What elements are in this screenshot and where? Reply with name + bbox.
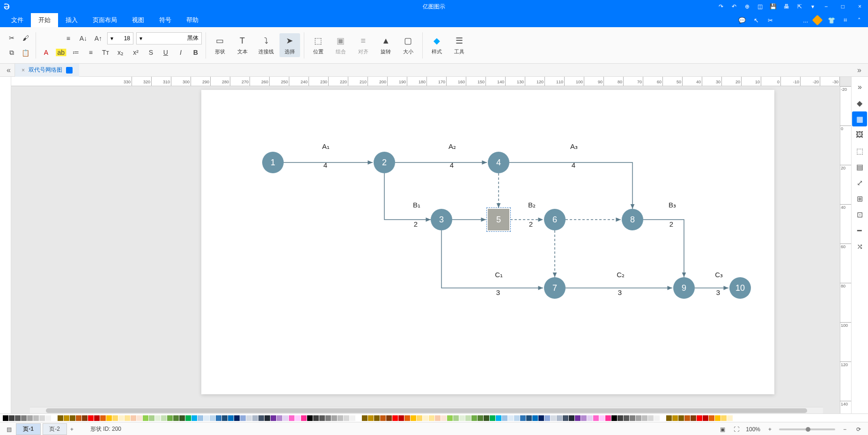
color-swatch[interactable] xyxy=(15,415,21,421)
color-swatch[interactable] xyxy=(532,415,538,421)
style-button[interactable]: ◆样式 xyxy=(427,33,447,57)
color-swatch[interactable] xyxy=(587,415,593,421)
color-swatch[interactable] xyxy=(502,415,508,421)
color-swatch[interactable] xyxy=(356,415,361,421)
scrollbar-thumb[interactable] xyxy=(46,408,807,413)
color-swatch[interactable] xyxy=(204,415,209,421)
color-swatch[interactable] xyxy=(611,415,617,421)
page-list-icon[interactable]: ▤ xyxy=(5,425,14,434)
node-10[interactable]: 10 xyxy=(729,277,751,299)
document-tab[interactable]: 双代号网络图 × xyxy=(15,64,79,77)
copy-button[interactable]: ⧉ xyxy=(6,47,18,59)
sidebar-layers[interactable]: ⬚ xyxy=(853,143,868,158)
color-swatch[interactable] xyxy=(173,415,179,421)
color-swatch[interactable] xyxy=(21,415,27,421)
combine-button[interactable]: ▣组合 xyxy=(331,33,351,57)
color-swatch[interactable] xyxy=(39,415,45,421)
decrease-font-button[interactable]: A↓ xyxy=(77,32,89,44)
italic-button[interactable]: I xyxy=(175,46,187,59)
add-page-button[interactable]: + xyxy=(67,425,76,434)
color-swatch[interactable] xyxy=(295,415,301,421)
color-swatch[interactable] xyxy=(362,415,368,421)
zoom-slider[interactable] xyxy=(779,428,835,430)
color-swatch[interactable] xyxy=(228,415,234,421)
color-swatch[interactable] xyxy=(9,415,15,421)
diamond-icon[interactable] xyxy=(813,15,822,25)
collapse-right-icon[interactable]: « xyxy=(3,66,15,74)
window-close-button[interactable]: × xyxy=(851,0,868,13)
menu-help[interactable]: 帮助 xyxy=(179,13,206,27)
color-swatch[interactable] xyxy=(112,415,118,421)
bold-button[interactable]: B xyxy=(190,46,202,59)
presentation-icon[interactable]: ▣ xyxy=(718,425,727,434)
comment-icon[interactable]: 💬 xyxy=(737,15,747,25)
superscript-button[interactable]: x² xyxy=(130,46,142,59)
font-name-select[interactable]: 黑体▾ xyxy=(136,32,202,44)
color-swatch[interactable] xyxy=(149,415,154,421)
node-3[interactable]: 3 xyxy=(431,209,452,230)
color-swatch[interactable] xyxy=(593,415,599,421)
color-swatch[interactable] xyxy=(538,415,544,421)
bullets-button[interactable]: ≔ xyxy=(70,46,82,59)
color-swatch[interactable] xyxy=(350,415,355,421)
color-swatch[interactable] xyxy=(678,415,684,421)
color-swatch[interactable] xyxy=(210,415,215,421)
color-swatch[interactable] xyxy=(569,415,574,421)
color-swatch[interactable] xyxy=(490,415,495,421)
color-swatch[interactable] xyxy=(715,415,721,421)
color-swatch[interactable] xyxy=(27,415,33,421)
color-swatch[interactable] xyxy=(654,415,660,421)
color-swatch[interactable] xyxy=(319,415,325,421)
color-swatch[interactable] xyxy=(216,415,221,421)
grid-menu-icon[interactable]: ⌗ xyxy=(841,15,850,25)
color-swatch[interactable] xyxy=(642,415,647,421)
color-swatch[interactable] xyxy=(520,415,526,421)
shape-tool-button[interactable]: ▭形状 xyxy=(210,33,230,57)
color-swatch[interactable] xyxy=(313,415,319,421)
color-swatch[interactable] xyxy=(125,415,130,421)
color-swatch[interactable] xyxy=(289,415,294,421)
color-swatch[interactable] xyxy=(380,415,386,421)
color-swatch[interactable] xyxy=(666,415,672,421)
align-menu-button[interactable]: ≡ xyxy=(62,32,74,44)
color-swatch[interactable] xyxy=(435,415,441,421)
color-swatch[interactable] xyxy=(551,415,556,421)
color-swatch[interactable] xyxy=(344,415,349,421)
color-swatch[interactable] xyxy=(392,415,398,421)
window-minimize-button[interactable]: − xyxy=(817,0,834,13)
color-swatch[interactable] xyxy=(709,415,714,421)
color-swatch[interactable] xyxy=(447,415,453,421)
color-swatch[interactable] xyxy=(307,415,313,421)
color-swatch[interactable] xyxy=(605,415,611,421)
color-swatch[interactable] xyxy=(459,415,465,421)
color-swatch[interactable] xyxy=(265,415,270,421)
sidebar-image[interactable]: 🖼 xyxy=(853,127,868,142)
color-swatch[interactable] xyxy=(599,415,605,421)
canvas-scroll[interactable]: 12345678910A₁4A₂4A₃4B₁2B₂2B₃2C₁3C₂3C₃3 xyxy=(11,86,840,407)
color-swatch[interactable] xyxy=(76,415,81,421)
case-button[interactable]: Tт xyxy=(100,46,112,59)
color-swatch[interactable] xyxy=(167,415,173,421)
color-swatch[interactable] xyxy=(544,415,550,421)
color-swatch[interactable] xyxy=(703,415,708,421)
zoom-slider-thumb[interactable] xyxy=(806,427,810,432)
color-swatch[interactable] xyxy=(3,415,8,421)
color-swatch[interactable] xyxy=(630,415,635,421)
menu-symbol[interactable]: 符号 xyxy=(152,13,179,27)
sidebar-random[interactable]: ⤭ xyxy=(853,239,868,254)
color-swatch[interactable] xyxy=(277,415,282,421)
linespacing-button[interactable]: ≡ xyxy=(85,46,97,59)
page-tab-1[interactable]: 页-1 xyxy=(16,423,41,435)
undo-icon[interactable]: ↶ xyxy=(729,2,739,11)
select-tool-button[interactable]: ➤选择 xyxy=(280,33,300,57)
color-swatch[interactable] xyxy=(465,415,471,421)
color-swatch[interactable] xyxy=(508,415,514,421)
menu-insert[interactable]: 插入 xyxy=(58,13,85,27)
color-swatch[interactable] xyxy=(526,415,532,421)
color-swatch[interactable] xyxy=(252,415,258,421)
color-swatch[interactable] xyxy=(179,415,185,421)
color-swatch[interactable] xyxy=(684,415,690,421)
color-swatch[interactable] xyxy=(618,415,623,421)
color-swatch[interactable] xyxy=(557,415,562,421)
save-icon[interactable]: 💾 xyxy=(769,2,778,11)
